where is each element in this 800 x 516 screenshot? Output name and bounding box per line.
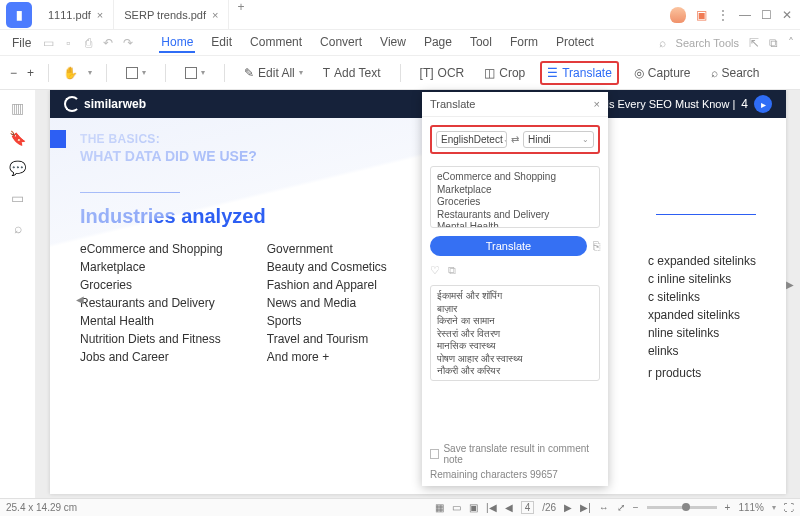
user-avatar-icon[interactable] — [670, 7, 686, 23]
left-sidebar: ▥ 🔖 💬 ▭ ⌕ — [0, 90, 36, 498]
file-menu[interactable]: File — [6, 36, 37, 50]
kebab-icon[interactable]: ⋮ — [717, 8, 729, 22]
app-logo: ▮ — [6, 2, 32, 28]
next-page-icon[interactable]: ▶ — [564, 502, 572, 513]
translate-action-button[interactable]: Translate — [430, 236, 587, 256]
prev-page-icon[interactable]: ◀ — [505, 502, 513, 513]
page-input[interactable]: 4 — [521, 501, 535, 514]
search-panel-icon[interactable]: ⌕ — [14, 220, 22, 236]
notification-icon[interactable]: ▣ — [696, 8, 707, 22]
quick-access-toolbar: ▭ ▫ ⎙ ↶ ↷ — [41, 36, 135, 50]
view-icon[interactable]: ▭ — [452, 502, 461, 513]
view-mode-tool[interactable]: ▾ — [180, 64, 210, 82]
save-note-checkbox[interactable]: Save translate result in comment note — [430, 443, 600, 465]
list-item: Nutrition Diets and Fitness — [80, 332, 223, 346]
history-icon[interactable]: ⧉ — [448, 264, 456, 277]
prev-page-arrow[interactable]: ◀ — [76, 294, 84, 305]
text-icon: T — [323, 66, 330, 80]
undo-icon[interactable]: ↶ — [101, 36, 115, 50]
header-page-num: 4 — [741, 97, 748, 111]
first-page-icon[interactable]: |◀ — [486, 502, 497, 513]
zoom-out-icon[interactable]: − — [633, 502, 639, 513]
tab-page[interactable]: Page — [422, 33, 454, 53]
translate-icon: ☰ — [547, 66, 558, 80]
last-page-icon[interactable]: ▶| — [580, 502, 591, 513]
fit-tool[interactable]: ▾ — [121, 64, 151, 82]
close-icon[interactable]: × — [594, 98, 600, 110]
list-item: elinks — [648, 344, 756, 358]
pdf-page[interactable]: similarweb SERP Feature Trends Every SEO… — [50, 90, 786, 494]
tab-convert[interactable]: Convert — [318, 33, 364, 53]
hand-tool-icon[interactable]: ✋ — [63, 66, 78, 80]
link-icon[interactable]: ⧉ — [769, 36, 778, 50]
fit-page-icon[interactable]: ⤢ — [617, 502, 625, 513]
close-button[interactable]: ✕ — [782, 8, 792, 22]
ocr-button[interactable]: [T]OCR — [415, 63, 470, 83]
crop-button[interactable]: ◫Crop — [479, 63, 530, 83]
tab-comment[interactable]: Comment — [248, 33, 304, 53]
tab-protect[interactable]: Protect — [554, 33, 596, 53]
comment-icon[interactable]: 💬 — [9, 160, 26, 176]
list-item: Mental Health — [80, 314, 223, 328]
window-controls: ▣ ⋮ ― ☐ ✕ — [670, 7, 800, 23]
copy-icon[interactable]: ⎘ — [593, 239, 600, 253]
translate-button[interactable]: ☰Translate — [540, 61, 619, 85]
list-item: c inline sitelinks — [648, 272, 756, 286]
bookmark-icon[interactable]: 🔖 — [9, 130, 26, 146]
target-language-select[interactable]: Hindi⌄ — [523, 131, 594, 148]
close-icon[interactable]: × — [212, 9, 218, 21]
edit-all-button[interactable]: ✎Edit All▾ — [239, 63, 308, 83]
fullscreen-icon[interactable]: ⛶ — [784, 502, 794, 513]
zoom-value[interactable]: 111% — [738, 502, 764, 513]
open-icon[interactable]: ▭ — [41, 36, 55, 50]
list-item: Sports — [267, 314, 387, 328]
document-area: similarweb SERP Feature Trends Every SEO… — [36, 90, 800, 498]
search-button[interactable]: ⌕Search — [706, 63, 765, 83]
zoom-slider[interactable] — [647, 506, 717, 509]
menubar-right: ⌕ Search Tools ⇱ ⧉ ˄ — [659, 36, 794, 50]
tab-serp-trends[interactable]: SERP trends.pdf × — [114, 0, 229, 29]
zoom-in-icon[interactable]: + — [27, 66, 34, 80]
next-page-arrow[interactable]: ▶ — [786, 279, 794, 290]
target-text-box[interactable]: ईकामर्स और शॉपिंग बाज़ार किराने का सामान… — [430, 285, 600, 381]
view-icon[interactable]: ▣ — [469, 502, 478, 513]
fit-width-icon[interactable]: ↔ — [599, 502, 609, 513]
status-bar: 25.4 x 14.29 cm ▦ ▭ ▣ |◀ ◀ 4 /26 ▶ ▶| ↔ … — [0, 498, 800, 516]
page-dimensions: 25.4 x 14.29 cm — [6, 502, 77, 513]
save-icon[interactable]: ▫ — [61, 36, 75, 50]
view-icon[interactable]: ▦ — [435, 502, 444, 513]
add-tab-button[interactable]: + — [229, 0, 252, 29]
page-total: /26 — [542, 502, 556, 513]
redo-icon[interactable]: ↷ — [121, 36, 135, 50]
tab-1111[interactable]: 1111.pdf × — [38, 0, 114, 29]
thumbs-icon[interactable]: ♡ — [430, 264, 440, 277]
search-tools-input[interactable]: Search Tools — [676, 37, 739, 49]
source-language-select[interactable]: EnglishDetect⌄ — [436, 131, 507, 148]
maximize-button[interactable]: ☐ — [761, 8, 772, 22]
doc-header: similarweb SERP Feature Trends Every SEO… — [50, 90, 786, 118]
minimize-button[interactable]: ― — [739, 8, 751, 22]
list-item: Beauty and Cosmetics — [267, 260, 387, 274]
source-text-box[interactable]: eCommerce and Shopping Marketplace Groce… — [430, 166, 600, 228]
tab-view[interactable]: View — [378, 33, 408, 53]
tab-home[interactable]: Home — [159, 33, 195, 53]
collapse-icon[interactable]: ˄ — [788, 36, 794, 50]
list-item: Jobs and Career — [80, 350, 223, 364]
ribbon-tabs: Home Edit Comment Convert View Page Tool… — [159, 33, 596, 53]
capture-button[interactable]: ◎Capture — [629, 63, 696, 83]
zoom-out-icon[interactable]: − — [10, 66, 17, 80]
add-text-button[interactable]: TAdd Text — [318, 63, 386, 83]
tab-edit[interactable]: Edit — [209, 33, 234, 53]
print-icon[interactable]: ⎙ — [81, 36, 95, 50]
camera-icon: ◎ — [634, 66, 644, 80]
share-icon[interactable]: ⇱ — [749, 36, 759, 50]
tab-form[interactable]: Form — [508, 33, 540, 53]
tab-tool[interactable]: Tool — [468, 33, 494, 53]
thumbnails-icon[interactable]: ▥ — [11, 100, 24, 116]
workspace: ▥ 🔖 💬 ▭ ⌕ similarweb SERP Feature Trends… — [0, 90, 800, 498]
swap-icon[interactable]: ⇄ — [511, 134, 519, 145]
chevron-down-icon[interactable]: ▾ — [88, 68, 92, 77]
zoom-in-icon[interactable]: + — [725, 502, 731, 513]
attachment-icon[interactable]: ▭ — [11, 190, 24, 206]
close-icon[interactable]: × — [97, 9, 103, 21]
